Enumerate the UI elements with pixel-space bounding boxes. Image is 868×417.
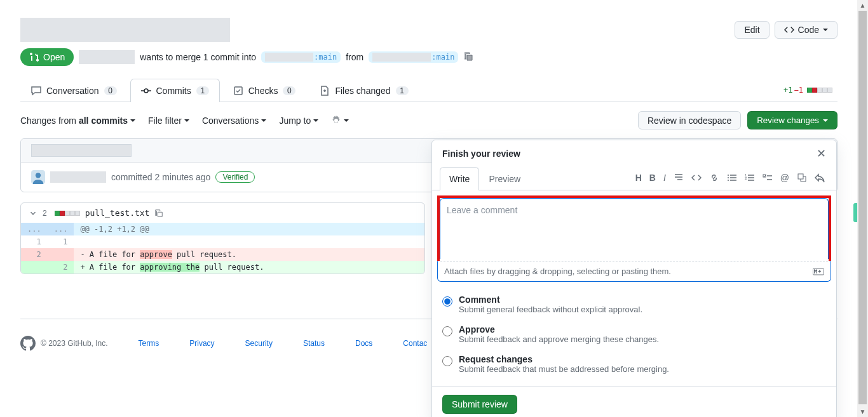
changes-from-dropdown[interactable]: Changes from all commits <box>20 116 135 126</box>
code-icon <box>784 25 794 35</box>
tab-files[interactable]: Files changed 1 <box>309 79 419 102</box>
file-filter-dropdown[interactable]: File filter <box>148 116 189 126</box>
pr-tabs: Conversation 0 Commits 1 Checks 0 Files … <box>20 79 837 102</box>
checklist-icon <box>233 86 243 96</box>
commits-count: 1 <box>196 86 209 95</box>
copy-icon[interactable] <box>463 51 473 63</box>
author-redacted <box>79 50 135 64</box>
commit-icon <box>141 86 151 96</box>
review-popover: Finish your review ✕ Write Preview H B I… <box>431 140 837 417</box>
review-changes-button[interactable]: Review changes <box>747 111 837 129</box>
markdown-toolbar: H B I 12 @ <box>635 173 829 185</box>
tab-checks[interactable]: Checks 0 <box>222 79 307 102</box>
review-option-approve[interactable]: ApproveSubmit feedback and approve mergi… <box>442 319 826 349</box>
radio-input[interactable] <box>442 326 452 336</box>
footer-logo: © 2023 GitHub, Inc. <box>20 336 108 351</box>
radio-label: Approve <box>459 324 659 334</box>
diff-table: ......@@ -1,2 +1,2 @@ 112- A file for ap… <box>21 223 424 274</box>
settings-gear[interactable] <box>331 116 349 126</box>
submit-review-button[interactable]: Submit review <box>442 395 517 414</box>
diff-row: 2+ A file for approving the pull request… <box>21 261 424 274</box>
copy-path-icon[interactable] <box>154 209 163 218</box>
gear-icon <box>331 116 341 126</box>
checks-count: 0 <box>283 86 295 95</box>
github-icon <box>20 336 36 351</box>
files-count: 1 <box>396 86 409 95</box>
verified-badge: Verified <box>215 171 255 183</box>
radio-input[interactable] <box>442 296 452 307</box>
comment-textarea[interactable] <box>440 198 829 259</box>
task-list-icon[interactable] <box>763 173 773 185</box>
branch-from[interactable]: :main <box>369 51 458 63</box>
radio-desc: Submit feedback and approve merging thes… <box>459 334 659 344</box>
chevron-down-icon[interactable] <box>29 209 37 218</box>
review-option-request-changes[interactable]: Request changesSubmit feedback that must… <box>442 349 826 379</box>
footer-link-privacy[interactable]: Privacy <box>189 339 214 348</box>
quote-icon[interactable] <box>674 173 684 185</box>
scroll-up-icon[interactable]: ▲ <box>857 0 868 11</box>
footer-link-contact[interactable]: Contac <box>403 339 427 348</box>
footer-link-security[interactable]: Security <box>245 339 273 348</box>
unordered-list-icon[interactable] <box>727 173 737 185</box>
scroll-down-icon[interactable]: ▼ <box>857 406 868 417</box>
footer-link-docs[interactable]: Docs <box>355 339 372 348</box>
ordered-list-icon[interactable]: 12 <box>745 173 755 185</box>
from-text: from <box>346 52 363 62</box>
diff-row: 2- A file for approve pull request. <box>21 248 424 261</box>
close-icon[interactable]: ✕ <box>817 147 826 161</box>
link-icon[interactable] <box>709 173 719 185</box>
avatar <box>31 170 45 184</box>
reply-icon[interactable] <box>815 173 825 185</box>
file-change-count: 2 <box>43 209 47 218</box>
code-snippet-icon[interactable] <box>691 173 702 185</box>
review-option-comment[interactable]: CommentSubmit general feedback without e… <box>442 289 826 319</box>
italic-icon[interactable]: I <box>663 173 666 185</box>
svg-point-8 <box>728 175 729 176</box>
branch-into[interactable]: :main <box>261 51 341 63</box>
tab-commits[interactable]: Commits 1 <box>130 79 220 102</box>
bold-icon[interactable]: B <box>649 173 656 185</box>
commit-time: committed 2 minutes ago <box>111 172 210 182</box>
write-tab[interactable]: Write <box>440 167 479 190</box>
heading-icon[interactable]: H <box>635 173 642 185</box>
footer-link-terms[interactable]: Terms <box>139 339 159 348</box>
popover-title: Finish your review <box>442 149 520 159</box>
attach-bar[interactable]: Attach files by dragging & dropping, sel… <box>437 261 831 282</box>
edit-button[interactable]: Edit <box>735 21 769 39</box>
radio-input[interactable] <box>442 356 452 366</box>
diffstat: +1 −1 <box>783 86 837 95</box>
code-button[interactable]: Code <box>775 21 837 39</box>
footer-link-status[interactable]: Status <box>303 339 325 348</box>
conversations-dropdown[interactable]: Conversations <box>202 116 267 126</box>
mention-icon[interactable]: @ <box>780 173 789 185</box>
svg-rect-14 <box>798 174 803 179</box>
svg-point-7 <box>36 173 41 178</box>
file-diff: 2 pull_test.txt ......@@ -1,2 +1,2 @@ 11… <box>20 202 425 274</box>
status-badge: Open <box>20 48 74 66</box>
diff-row: 11 <box>21 235 424 248</box>
jump-to-dropdown[interactable]: Jump to <box>279 116 318 126</box>
cross-reference-icon[interactable] <box>797 173 807 185</box>
review-codespace-button[interactable]: Review in codespace <box>638 111 741 129</box>
svg-text:2: 2 <box>745 176 747 180</box>
pr-meta-row: Open wants to merge 1 commit into :main … <box>20 48 837 66</box>
radio-label: Comment <box>459 295 642 305</box>
markdown-icon <box>813 268 824 275</box>
scroll-thumb[interactable] <box>858 11 867 404</box>
preview-tab[interactable]: Preview <box>479 167 530 190</box>
scrollbar[interactable]: ▲ ▼ <box>857 0 868 417</box>
git-pull-request-icon <box>29 52 39 62</box>
svg-point-0 <box>144 89 148 93</box>
commit-subject-redacted <box>31 144 132 157</box>
tab-conversation[interactable]: Conversation 0 <box>20 79 128 102</box>
svg-point-10 <box>728 180 729 181</box>
radio-desc: Submit feedback that must be addressed b… <box>459 364 669 374</box>
diff-toolbar: Changes from all commits File filter Con… <box>20 111 837 129</box>
radio-desc: Submit general feedback without explicit… <box>459 305 642 314</box>
merge-text: wants to merge 1 commit into <box>140 52 256 62</box>
svg-point-9 <box>728 177 729 178</box>
committer-redacted <box>50 171 106 183</box>
conversation-count: 0 <box>104 86 117 95</box>
file-name[interactable]: pull_test.txt <box>85 208 150 218</box>
radio-label: Request changes <box>459 354 669 364</box>
